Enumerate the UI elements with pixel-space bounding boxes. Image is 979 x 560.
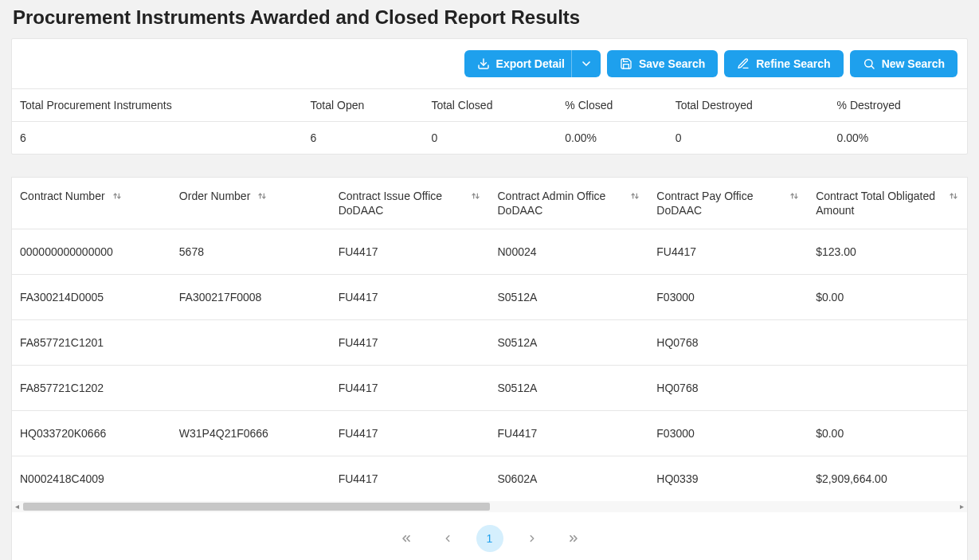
sort-icon — [789, 190, 800, 202]
export-detail-button[interactable]: Export Detail — [464, 50, 578, 77]
col-header-pay-office-label: Contract Pay Office DoDAAC — [656, 189, 782, 217]
summary-header-pct-closed: % Closed — [557, 89, 667, 122]
table-row[interactable]: HQ033720K0666W31P4Q21F0666FU4417FU4417F0… — [12, 411, 967, 456]
cell-admin-office: S0512A — [489, 275, 648, 320]
cell-admin-office: S0512A — [489, 366, 648, 411]
cell-pay-office: HQ0768 — [648, 320, 808, 366]
refine-search-label: Refine Search — [756, 57, 830, 70]
cell-issue-office: FU4417 — [331, 366, 490, 411]
col-header-total-obligated-label: Contract Total Obligated Amount — [816, 189, 942, 217]
cell-total-obligated — [808, 366, 967, 411]
col-header-contract-number-label: Contract Number — [20, 189, 105, 203]
summary-value-total-instruments: 6 — [12, 122, 303, 155]
cell-pay-office: HQ0768 — [648, 366, 808, 411]
summary-value-pct-closed: 0.00% — [557, 122, 667, 155]
page-title: Procurement Instruments Awarded and Clos… — [11, 6, 968, 29]
cell-order-number — [171, 366, 331, 411]
cell-pay-office: FU4417 — [648, 229, 808, 275]
cell-contract-number: FA857721C1201 — [12, 320, 171, 366]
cell-issue-office: FU4417 — [331, 456, 490, 502]
summary-header-total-open: Total Open — [303, 89, 424, 122]
cell-issue-office: FU4417 — [331, 320, 490, 366]
cell-order-number: 5678 — [171, 229, 331, 275]
summary-table: Total Procurement Instruments Total Open… — [12, 88, 967, 154]
page-first-button[interactable] — [394, 526, 419, 551]
toolbar: Export Detail — [12, 39, 967, 88]
cell-total-obligated: $2,909,664.00 — [808, 456, 967, 502]
sort-icon — [256, 190, 268, 202]
page-prev-button[interactable] — [435, 526, 460, 551]
cell-total-obligated: $123.00 — [808, 229, 967, 275]
sort-icon — [112, 190, 123, 202]
cell-admin-office: S0602A — [489, 456, 648, 502]
export-detail-group: Export Detail — [464, 50, 601, 77]
cell-contract-number: N0002418C4009 — [12, 456, 171, 502]
sort-icon — [948, 190, 959, 202]
cell-pay-office: F03000 — [648, 275, 808, 320]
summary-value-pct-destroyed: 0.00% — [829, 122, 967, 155]
main-table-panel: Contract Number Order Number — [11, 177, 968, 560]
new-search-label: New Search — [882, 57, 945, 70]
col-header-issue-office[interactable]: Contract Issue Office DoDAAC — [331, 178, 490, 229]
cell-issue-office: FU4417 — [331, 411, 490, 456]
save-search-button[interactable]: Save Search — [607, 50, 718, 77]
cell-admin-office: S0512A — [489, 320, 648, 366]
download-icon — [477, 57, 490, 70]
save-search-label: Save Search — [639, 57, 705, 70]
summary-header-total-closed: Total Closed — [423, 89, 557, 122]
col-header-order-number-label: Order Number — [179, 189, 250, 203]
summary-value-total-closed: 0 — [423, 122, 557, 155]
summary-value-total-destroyed: 0 — [668, 122, 829, 155]
scrollbar-track — [23, 503, 956, 511]
col-header-order-number[interactable]: Order Number — [171, 178, 331, 229]
page-next-button[interactable] — [519, 526, 545, 551]
cell-total-obligated: $0.00 — [808, 411, 967, 456]
results-table: Contract Number Order Number — [12, 178, 967, 501]
cell-order-number: W31P4Q21F0666 — [171, 411, 331, 456]
cell-contract-number: FA300214D0005 — [12, 275, 171, 320]
scroll-left-icon: ◂ — [15, 503, 22, 511]
table-row[interactable]: 0000000000000005678FU4417N00024FU4417$12… — [12, 229, 967, 275]
table-row[interactable]: FA300214D0005FA300217F0008FU4417S0512AF0… — [12, 275, 967, 320]
cell-total-obligated — [808, 320, 967, 366]
refine-search-button[interactable]: Refine Search — [724, 50, 843, 77]
save-icon — [620, 57, 632, 70]
cell-order-number: FA300217F0008 — [171, 275, 331, 320]
cell-order-number — [171, 456, 331, 502]
table-row[interactable]: FA857721C1202FU4417S0512AHQ0768 — [12, 366, 967, 411]
summary-row: 6 6 0 0.00% 0 0.00% — [12, 122, 967, 155]
table-row[interactable]: FA857721C1201FU4417S0512AHQ0768 — [12, 320, 967, 366]
col-header-total-obligated[interactable]: Contract Total Obligated Amount — [808, 178, 967, 229]
cell-issue-office: FU4417 — [331, 275, 490, 320]
refine-icon — [737, 57, 750, 70]
cell-issue-office: FU4417 — [331, 229, 490, 275]
col-header-admin-office-label: Contract Admin Office DoDAAC — [497, 189, 623, 217]
cell-contract-number: HQ033720K0666 — [12, 411, 171, 456]
page-current[interactable]: 1 — [476, 525, 503, 552]
page-last-button[interactable] — [561, 526, 586, 551]
cell-admin-office: N00024 — [489, 229, 648, 275]
cell-contract-number: FA857721C1202 — [12, 366, 171, 411]
export-detail-dropdown-button[interactable] — [571, 50, 601, 77]
col-header-contract-number[interactable]: Contract Number — [12, 178, 171, 229]
new-search-button[interactable]: New Search — [850, 50, 957, 77]
search-icon — [863, 57, 875, 70]
scrollbar-thumb[interactable] — [23, 503, 490, 511]
export-detail-label: Export Detail — [496, 57, 565, 70]
col-header-admin-office[interactable]: Contract Admin Office DoDAAC — [489, 178, 648, 229]
horizontal-scrollbar[interactable]: ◂ ▸ — [12, 501, 967, 512]
cell-pay-office: HQ0339 — [648, 456, 808, 502]
summary-header-pct-destroyed: % Destroyed — [829, 89, 967, 122]
cell-admin-office: FU4417 — [489, 411, 648, 456]
sort-icon — [629, 190, 640, 202]
sort-icon — [470, 190, 481, 202]
svg-line-2 — [871, 66, 874, 69]
scroll-right-icon: ▸ — [957, 503, 964, 511]
table-row[interactable]: N0002418C4009FU4417S0602AHQ0339$2,909,66… — [12, 456, 967, 502]
cell-order-number — [171, 320, 331, 366]
col-header-pay-office[interactable]: Contract Pay Office DoDAAC — [648, 178, 808, 229]
col-header-issue-office-label: Contract Issue Office DoDAAC — [339, 189, 464, 217]
results-panel: Export Detail — [11, 38, 968, 155]
pagination: 1 — [12, 512, 967, 560]
cell-contract-number: 000000000000000 — [12, 229, 171, 275]
